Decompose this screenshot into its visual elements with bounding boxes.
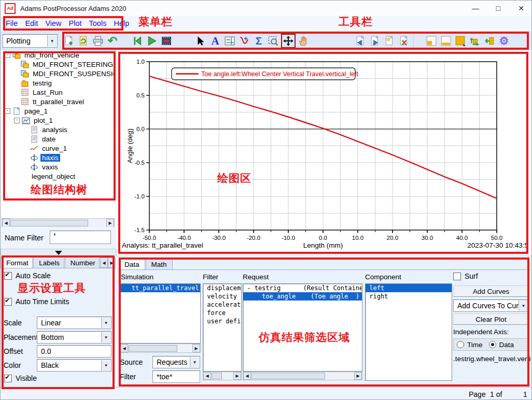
list-item[interactable]: displacem [203,284,241,292]
collapse-icon[interactable]: - [5,52,10,58]
tree-item-plot_1[interactable]: -plot_1 [1,116,116,125]
filter-list[interactable]: displacem velocity accelerat force user … [203,283,242,372]
tree-item-tt_parallel_travel[interactable]: tt_parallel_travel [1,97,116,106]
collapse-icon[interactable]: - [14,118,20,123]
scroll-left-icon[interactable]: ◀ [2,219,10,227]
add-curves-button[interactable]: Add Curves [453,285,529,297]
simulation-hscrollbar[interactable]: ◀▶ [120,344,201,353]
layout-strip-icon[interactable] [439,34,453,48]
menu-item-view[interactable]: View [45,19,61,27]
tree-item-vaxis[interactable]: vaxis [1,162,116,172]
tree-item-analysis[interactable]: analysis [1,125,116,134]
minimize-button[interactable]: — [464,1,487,16]
plot-layout-icon[interactable] [223,34,236,48]
auto-time-limits-checkbox[interactable] [4,298,12,306]
tab-scroll-right-icon[interactable]: ▶ [108,258,116,268]
request-filter-input[interactable]: *toe* [152,370,200,383]
close-button[interactable]: ✕ [510,1,532,16]
menu-item-edit[interactable]: Edit [25,19,38,27]
prev-page-icon[interactable] [354,34,367,48]
chevron-down-icon[interactable]: ▼ [519,301,528,311]
color-select[interactable]: Black▼ [37,359,111,372]
list-item[interactable]: force [203,309,241,317]
previous-view-icon[interactable] [483,34,496,48]
filter-hscrollbar[interactable]: ◀▶ [203,372,242,380]
list-item[interactable]: accelerat [203,301,241,309]
add-mode-select[interactable]: Add Curves To Curren ▼ [453,299,529,312]
tree-item-curve_1[interactable]: curve_1 [1,144,116,153]
offset-input[interactable]: 0.0 [37,345,111,358]
pan-hand-icon[interactable] [297,34,310,48]
settings-icon[interactable]: ⚙ [497,34,511,48]
delete-page-icon[interactable] [397,34,411,48]
reload-file-icon[interactable] [77,34,90,48]
tree-item-last_run[interactable]: Last_Run [1,88,116,97]
tree-item-mdi_front_suspensic[interactable]: MDI_FRONT_SUSPENSIC [1,69,116,78]
scale-select[interactable]: Linear▼ [37,317,111,329]
tree-item-date[interactable]: date [1,134,116,144]
menu-item-plot[interactable]: Plot [69,19,82,27]
tab-labels[interactable]: Labels [33,257,64,268]
tree-item-page_1[interactable]: -page_1 [1,106,116,116]
name-filter-input[interactable]: * [50,231,111,244]
print-icon[interactable] [91,34,105,48]
new-page-icon[interactable] [383,34,396,48]
chevron-down-icon[interactable]: ▼ [101,318,110,328]
menu-item-help[interactable]: Help [114,19,129,27]
time-radio[interactable] [457,341,464,348]
layout-corner-icon[interactable] [425,34,438,48]
placement-select[interactable]: Bottom▼ [37,331,111,344]
request-list[interactable]: - testrig (Result Container toe_angle (T… [243,283,362,372]
animation-icon[interactable] [160,34,173,48]
tree-item-haxis[interactable]: haxis [1,153,116,162]
tab-data[interactable]: Data [119,259,145,269]
list-item[interactable]: toe_angle (Toe angle ) [243,292,362,301]
clear-plot-button[interactable]: Clear Plot [453,313,529,325]
auto-scale-checkbox[interactable] [4,272,12,280]
tree-item-testrig[interactable]: testrig [1,78,116,88]
tab-math[interactable]: Math [146,259,173,269]
sum-icon[interactable]: Σ [252,34,265,48]
chevron-down-icon[interactable]: ▼ [47,35,57,47]
tab-format[interactable]: Format [1,257,33,268]
component-list[interactable]: left right [365,283,452,381]
tab-scroll-left-icon[interactable]: ◀ [100,258,108,268]
play-icon[interactable] [145,34,159,48]
swap-view-icon[interactable] [468,34,482,48]
plot-area[interactable]: -50.0-40.0-30.0-20.0-10.00.010.020.030.0… [117,50,532,254]
tree-item-mdi_front_steering[interactable]: MDI_FRONT_STEERING [1,60,116,69]
chevron-down-icon[interactable]: ▼ [101,332,110,342]
select-cursor-icon[interactable] [194,34,207,48]
collapse-icon[interactable]: - [5,108,10,114]
maximize-button[interactable]: □ [487,1,510,16]
surf-checkbox[interactable] [453,273,461,280]
undo-icon[interactable]: ↶ [106,34,119,48]
source-select[interactable]: Requests ▼ [152,356,200,368]
tree-item-mdi_front_vehicle[interactable]: -mdi_front_vehicle [1,50,116,60]
data-radio[interactable] [489,341,496,348]
new-file-icon[interactable] [62,34,76,48]
visible-checkbox[interactable] [4,375,12,382]
skip-start-icon[interactable] [131,34,144,48]
curve-edit-icon[interactable] [237,34,251,48]
tab-number[interactable]: Number [65,257,100,268]
tree-item-legend_object[interactable]: legend_object [1,172,116,181]
list-item[interactable]: - testrig (Result Container [243,284,362,292]
menu-item-file[interactable]: File [6,19,18,27]
list-item[interactable]: left [366,284,452,292]
move-icon[interactable] [281,34,296,48]
chevron-down-icon[interactable]: ▼ [101,360,110,370]
simulation-list[interactable]: tt_parallel_travel [120,283,201,344]
list-item[interactable]: right [366,292,452,301]
scroll-right-icon[interactable]: ▶ [106,219,114,227]
menu-item-tools[interactable]: Tools [89,19,107,27]
text-icon[interactable]: A [208,34,222,48]
next-page-icon[interactable] [368,34,382,48]
chevron-down-icon[interactable]: ▼ [190,357,199,367]
zoom-area-icon[interactable] [267,34,280,48]
layout-full-icon[interactable] [454,34,467,48]
list-item[interactable]: user defi [203,317,241,325]
list-item[interactable]: tt_parallel_travel [120,284,200,292]
request-hscrollbar[interactable]: ◀▶ [243,372,362,380]
list-item[interactable]: velocity [203,292,241,301]
